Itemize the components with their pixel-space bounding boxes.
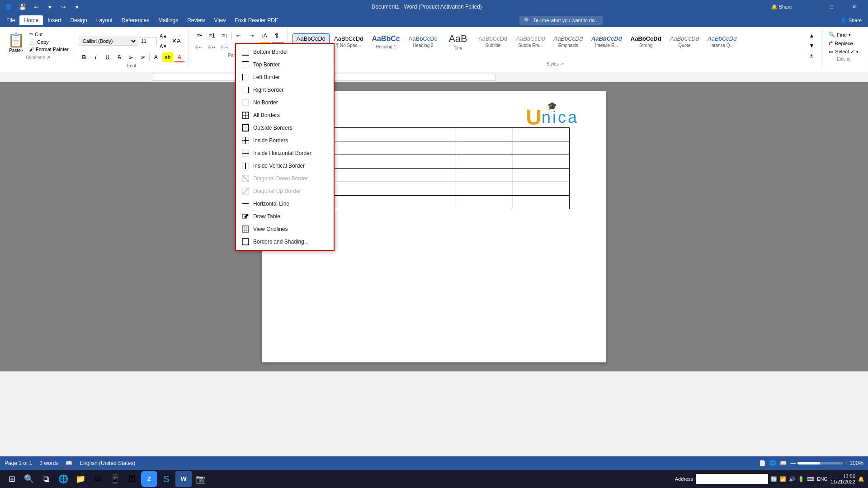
table-cell[interactable] [456, 155, 513, 169]
paste-dropdown[interactable]: ▾ [21, 48, 23, 52]
clear-formatting[interactable]: ✕A [170, 36, 182, 46]
view-read-icon[interactable]: 📖 [780, 460, 787, 466]
show-formatting[interactable]: ¶ [271, 31, 283, 41]
minimize-button[interactable]: ─ [798, 0, 819, 14]
text-highlight-button[interactable]: ab [162, 52, 173, 62]
taskbar-windows[interactable]: ⊞ [4, 471, 20, 487]
clipboard-expand[interactable]: ↗ [47, 55, 50, 60]
style-subtle-em[interactable]: AaBbCcDd Subtle Em... [512, 33, 549, 49]
find-dropdown[interactable]: ▾ [849, 33, 851, 37]
menu-file[interactable]: File [2, 15, 19, 25]
draw-table-item[interactable]: Draw Table [236, 210, 334, 223]
account-area[interactable]: 🔔 Share [771, 4, 792, 10]
taskbar-edge[interactable]: 🌐 [55, 471, 71, 487]
zoom-slider[interactable] [797, 462, 843, 465]
sign-in-area[interactable]: 👤Share [840, 17, 862, 23]
styles-down[interactable]: ▼ [806, 41, 817, 51]
table-cell[interactable] [513, 169, 569, 182]
save-button[interactable]: 💾 [17, 1, 28, 12]
tell-me-bar[interactable]: 🔍 Tell me what you want to do... [519, 16, 604, 25]
taskbar-taskview[interactable]: ⧉ [38, 471, 54, 487]
style-quote[interactable]: AaBbCcDd Quote [666, 33, 703, 49]
style-title[interactable]: AaB Title [442, 31, 474, 52]
text-effects-button[interactable]: A [151, 52, 161, 62]
style-heading2[interactable]: AaBbCcDd Heading 2 [405, 33, 442, 49]
replace-button[interactable]: ⇄ Replace [826, 39, 861, 47]
font-size-increase[interactable]: A▲ [158, 31, 170, 41]
left-border-item[interactable]: Left Border [236, 71, 334, 84]
no-border-item[interactable]: No Border [236, 96, 334, 109]
inside-vertical-item[interactable]: Inside Vertical Border [236, 160, 334, 172]
menu-foxit[interactable]: Foxit Reader PDF [230, 15, 283, 25]
styles-expand[interactable]: ↗ [560, 61, 564, 66]
numbering-button[interactable]: ≡1 [206, 31, 218, 41]
menu-design[interactable]: Design [66, 15, 91, 25]
copy-button[interactable]: 📄 Copy [28, 38, 70, 45]
sort-button[interactable]: ↕A [258, 31, 270, 41]
inside-borders-item[interactable]: Inside Borders [236, 134, 334, 147]
inside-horizontal-item[interactable]: Inside Horizontal Border [236, 147, 334, 160]
italic-button[interactable]: I [90, 52, 101, 62]
table-cell[interactable] [456, 196, 513, 209]
superscript-button[interactable]: x² [137, 52, 148, 62]
undo-button[interactable]: ↩ [31, 1, 42, 12]
restore-button[interactable]: □ [821, 0, 842, 14]
table-cell[interactable] [456, 141, 513, 155]
borders-shading-item[interactable]: Borders and Shading... [236, 235, 334, 248]
menu-layout[interactable]: Layout [92, 15, 117, 25]
right-border-item[interactable]: Right Border [236, 84, 334, 96]
taskbar-phone[interactable]: 📱 [107, 471, 123, 487]
font-name-selector[interactable]: Calibri (Body) [79, 37, 137, 46]
align-left[interactable]: ≡← [193, 42, 205, 52]
taskbar-skype[interactable]: S [158, 471, 175, 487]
spell-check-icon[interactable]: 📖 [66, 460, 72, 466]
table-cell[interactable] [513, 155, 569, 169]
taskbar-explorer[interactable]: 📁 [72, 471, 89, 487]
style-strong[interactable]: AaBbCcDd Strong [627, 33, 665, 49]
style-subtitle[interactable]: AaBbCcDd Subtitle [474, 33, 511, 49]
cut-button[interactable]: ✂ Cut [28, 31, 70, 38]
find-button[interactable]: 🔍 Find ▾ [826, 31, 861, 38]
style-intense-quote[interactable]: AaBbCcDd Intense Q... [703, 33, 741, 49]
view-print-icon[interactable]: 📄 [759, 460, 766, 466]
table-cell[interactable] [513, 128, 569, 141]
view-web-icon[interactable]: 🌐 [769, 460, 776, 466]
language[interactable]: English (United States) [80, 460, 135, 466]
all-borders-item[interactable]: All Borders [236, 109, 334, 122]
taskbar-word[interactable]: W [175, 471, 192, 487]
customize-button[interactable]: ▾ [71, 1, 82, 12]
undo-dropdown[interactable]: ▾ [44, 1, 55, 12]
bullets-button[interactable]: ≡• [193, 31, 205, 41]
menu-review[interactable]: Review [183, 15, 209, 25]
zoom-out-button[interactable]: — [790, 460, 796, 466]
bold-button[interactable]: B [79, 52, 90, 62]
select-dropdown[interactable]: ▾ [856, 50, 859, 54]
format-painter-button[interactable]: 🖌 Format Painter [28, 46, 70, 52]
outside-borders-item[interactable]: Outside Borders [236, 122, 334, 134]
increase-indent[interactable]: ⇥ [245, 31, 257, 41]
underline-button[interactable]: U [102, 52, 113, 62]
taskbar-camera[interactable]: 📷 [193, 471, 209, 487]
align-right[interactable]: ≡→ [219, 42, 231, 52]
address-bar[interactable] [696, 474, 768, 484]
tray-refresh[interactable]: 🔄 [771, 476, 777, 482]
bottom-border-item[interactable]: Bottom Border [236, 46, 334, 58]
close-button[interactable]: ✕ [844, 0, 864, 14]
strikethrough-button[interactable]: S̶ [114, 52, 125, 62]
select-button[interactable]: ▭ Select ✓ ▾ [826, 48, 861, 56]
table-cell[interactable] [456, 128, 513, 141]
styles-more[interactable]: ⊞ [806, 51, 817, 61]
view-gridlines-item[interactable]: View Gridlines [236, 223, 334, 235]
decrease-indent[interactable]: ⇤ [233, 31, 245, 41]
align-center[interactable]: ≡↔ [206, 42, 218, 52]
menu-mailings[interactable]: Mailings [154, 15, 183, 25]
taskbar-mail[interactable]: ✉ [90, 471, 106, 487]
horizontal-line-item[interactable]: Horizontal Line [236, 197, 334, 210]
table-cell[interactable] [513, 182, 569, 196]
menu-references[interactable]: References [117, 15, 154, 25]
taskbar-photos[interactable]: 🖼 [124, 471, 140, 487]
zoom-in-button[interactable]: + [844, 460, 848, 466]
menu-insert[interactable]: Insert [43, 15, 66, 25]
taskbar-zoom[interactable]: Z [141, 471, 157, 487]
table-cell[interactable] [513, 141, 569, 155]
